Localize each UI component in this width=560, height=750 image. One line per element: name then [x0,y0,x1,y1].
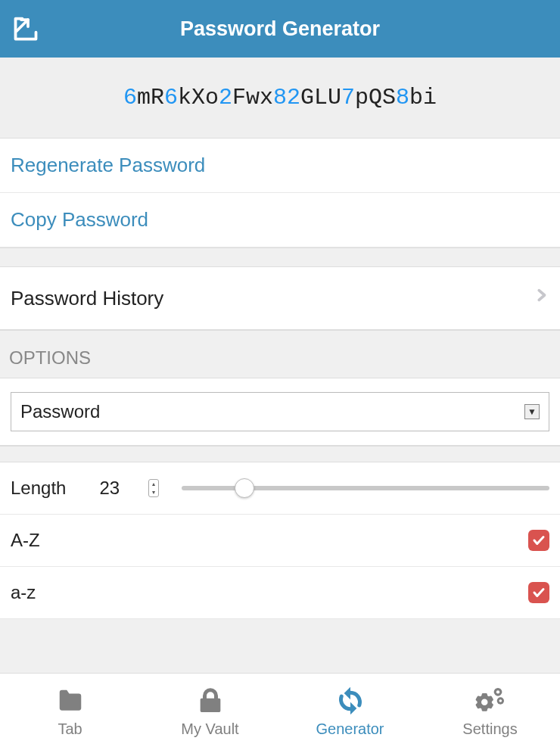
length-row: Length 23 ▴ ▾ [0,462,560,515]
history-label: Password History [11,287,163,310]
page-title: Password Generator [9,17,551,41]
dropdown-arrow-icon: ▼ [524,404,540,419]
length-value: 23 [99,478,120,499]
length-stepper[interactable]: ▴ ▾ [148,479,159,497]
check-icon [532,586,546,599]
tab-label: My Vault [181,720,238,738]
tab-settings[interactable]: Settings [420,674,560,750]
folder-icon [54,686,87,716]
back-button[interactable] [9,12,42,45]
generated-password: 6mR6kXo2Fwx82GLU7pQS8bi [12,85,548,110]
select-value: Password [20,401,100,422]
uppercase-checkbox[interactable] [528,530,549,551]
section-spacer [0,446,560,462]
password-history-button[interactable]: Password History [0,267,560,330]
tab-label: Generator [316,720,384,738]
tab-generator[interactable]: Generator [280,674,420,750]
chevron-right-icon [533,282,549,314]
section-spacer [0,247,560,267]
lowercase-row: a-z [0,567,560,619]
uppercase-label: A-Z [11,530,40,551]
length-slider[interactable] [182,486,549,490]
stepper-up-icon: ▴ [149,480,158,488]
password-type-select[interactable]: Password ▼ [11,392,549,431]
tab-bar: Tab My Vault Generator Settings [0,673,560,750]
tab-label: Settings [462,720,517,738]
tab-label: Tab [58,720,82,738]
regenerate-button[interactable]: Regenerate Password [0,138,560,193]
slider-thumb[interactable] [235,478,254,498]
tab-myvault[interactable]: My Vault [140,674,280,750]
type-select-row: Password ▼ [0,378,560,446]
check-icon [532,534,546,547]
lowercase-label: a-z [11,582,36,603]
length-label: Length [11,478,66,499]
action-list: Regenerate Password Copy Password [0,138,560,247]
header: Password Generator [0,0,560,58]
svg-point-1 [496,690,499,693]
refresh-icon [334,686,367,716]
open-external-icon [12,15,39,42]
uppercase-row: A-Z [0,515,560,567]
copy-button[interactable]: Copy Password [0,193,560,247]
options-header: OPTIONS [0,330,560,378]
lowercase-checkbox[interactable] [528,582,549,603]
stepper-down-icon: ▾ [149,488,158,496]
gears-icon [474,686,507,716]
password-display: 6mR6kXo2Fwx82GLU7pQS8bi [0,58,560,138]
lock-icon [194,686,227,716]
svg-point-3 [499,699,502,702]
tab-tab[interactable]: Tab [0,674,140,750]
